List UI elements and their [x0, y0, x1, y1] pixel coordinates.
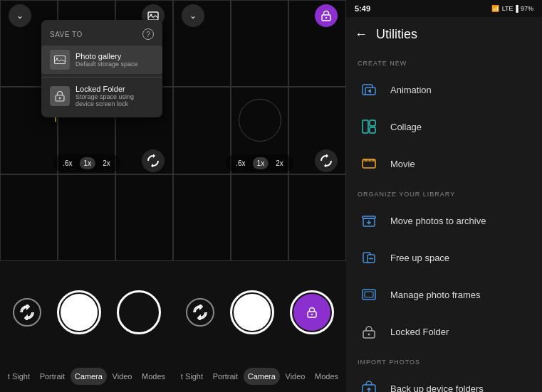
photo-gallery-option[interactable]: Photo gallery Default storage space [41, 46, 162, 74]
save-to-title: SAVE TO [50, 31, 83, 38]
animation-label: Animation [390, 85, 432, 95]
tab-camera-1[interactable]: Camera [71, 368, 107, 385]
backup-item[interactable]: Back up device folders [346, 370, 542, 392]
grid-cell [231, 174, 288, 261]
signal-icon: LTE [502, 5, 514, 12]
svg-point-9 [311, 314, 312, 315]
backup-label: Back up device folders [390, 383, 484, 393]
tab-modes-1[interactable]: Modes [137, 368, 170, 385]
backup-icon [358, 377, 380, 392]
shutter-inner-2 [234, 294, 271, 331]
chevron-down-button-2[interactable]: ⌄ [182, 4, 204, 27]
zoom-1x-2[interactable]: 1x [253, 157, 269, 169]
zoom-2x-2[interactable]: 2x [271, 157, 288, 169]
tab-video-1[interactable]: Video [108, 368, 137, 385]
save-to-header: SAVE TO ? [41, 26, 162, 46]
movie-item[interactable]: Movie [346, 145, 542, 182]
movie-icon [358, 152, 380, 175]
battery-icon: ▌97% [516, 5, 533, 12]
grid-cell [288, 174, 346, 261]
collage-label: Collage [390, 122, 422, 132]
back-button[interactable]: ← [355, 27, 368, 42]
nav-tabs-1: t Sight Portrait Camera Video Modes [0, 361, 173, 392]
collage-item[interactable]: Collage [346, 108, 542, 145]
camera-controls-1 [0, 261, 173, 361]
shutter-button-2[interactable] [230, 290, 274, 334]
viewfinder-1: ⌄ SAVE TO ? [0, 0, 173, 261]
photo-gallery-sub: Default storage space [75, 60, 138, 68]
svg-point-5 [59, 97, 61, 98]
animation-icon [358, 78, 380, 101]
archive-icon [358, 209, 380, 232]
save-to-dropdown: SAVE TO ? Photo gallery Default storage … [41, 20, 162, 117]
wifi-icon: 📶 [491, 5, 499, 12]
gallery-thumb-inner [120, 294, 157, 331]
frames-item[interactable]: Manage photo frames [346, 276, 542, 313]
svg-rect-27 [365, 292, 373, 297]
free-space-label: Free up space [390, 253, 449, 263]
gallery-thumbnail-1[interactable] [117, 290, 161, 334]
locked-folder-icon [50, 86, 70, 106]
svg-rect-14 [370, 127, 375, 133]
viewfinder-2: ⌄ .6x 1x 2x [173, 0, 346, 261]
free-space-icon [358, 246, 380, 269]
locked-folder-util-icon [358, 320, 380, 343]
zoom-06x[interactable]: .6x [58, 157, 76, 169]
photo-gallery-icon [50, 50, 70, 70]
svg-rect-13 [370, 120, 375, 126]
tab-sight-2[interactable]: t Sight [177, 368, 207, 385]
rotate-button-1[interactable] [13, 298, 41, 327]
svg-rect-12 [363, 120, 368, 133]
locked-folder-top-icon[interactable] [315, 4, 338, 27]
zoom-2x[interactable]: 2x [98, 157, 115, 169]
status-time: 5:49 [355, 4, 370, 13]
focus-circle [239, 99, 281, 142]
frames-label: Manage photo frames [390, 290, 480, 300]
tab-modes-2[interactable]: Modes [311, 368, 343, 385]
locked-folder-sub: Storage space using device screen lock [75, 93, 154, 107]
utilities-scroll[interactable]: CREATE NEW Animation Collage [346, 51, 542, 392]
status-bar: 5:49 📶 LTE ▌97% [346, 0, 542, 17]
shutter-row-2 [186, 290, 334, 334]
chevron-down-button[interactable]: ⌄ [9, 4, 31, 27]
photo-gallery-text: Photo gallery Default storage space [75, 52, 138, 68]
camera-top-bar-2: ⌄ [173, 0, 346, 31]
grid-cell [173, 174, 231, 261]
tab-portrait-2[interactable]: Portrait [209, 368, 242, 385]
import-label: IMPORT PHOTOS [346, 350, 542, 370]
rotate-button-2[interactable] [186, 298, 214, 327]
shutter-row-1 [13, 290, 161, 334]
tab-portrait-1[interactable]: Portrait [36, 368, 69, 385]
svg-point-7 [325, 17, 327, 18]
shutter-button-1[interactable] [57, 290, 101, 334]
locked-folder-util-item[interactable]: Locked Folder [346, 313, 542, 350]
locked-folder-name: Locked Folder [75, 85, 154, 93]
shutter-inner-1 [61, 294, 98, 331]
utilities-title: Utilities [376, 27, 417, 42]
archive-item[interactable]: Move photos to archive [346, 202, 542, 239]
animation-item[interactable]: Animation [346, 71, 542, 108]
status-icons: 📶 LTE ▌97% [491, 5, 533, 12]
tab-video-2[interactable]: Video [281, 368, 310, 385]
organize-label: ORGANIZE YOUR LIBRARY [346, 182, 542, 202]
flip-camera-button-2[interactable] [315, 149, 338, 172]
zoom-controls-1: .6x 1x 2x [53, 154, 120, 172]
locked-folder-text: Locked Folder Storage space using device… [75, 85, 154, 107]
help-button[interactable]: ? [142, 28, 154, 40]
flip-camera-button[interactable] [142, 149, 165, 172]
zoom-06x-2[interactable]: .6x [231, 157, 249, 169]
photo-gallery-name: Photo gallery [75, 52, 138, 60]
collage-icon [358, 115, 380, 138]
locked-folder-option[interactable]: Locked Folder Storage space using device… [41, 80, 162, 112]
locked-folder-shutter[interactable] [290, 290, 334, 334]
archive-label: Move photos to archive [390, 216, 486, 226]
zoom-1x[interactable]: 1x [80, 157, 96, 169]
frames-icon [358, 283, 380, 306]
tab-sight-1[interactable]: t Sight [4, 368, 34, 385]
grid-cell [0, 174, 58, 261]
svg-point-29 [368, 334, 370, 336]
create-new-label: CREATE NEW [346, 51, 542, 71]
tab-camera-2[interactable]: Camera [244, 368, 280, 385]
free-space-item[interactable]: Free up space [346, 239, 542, 276]
locked-folder-util-label: Locked Folder [390, 327, 449, 337]
